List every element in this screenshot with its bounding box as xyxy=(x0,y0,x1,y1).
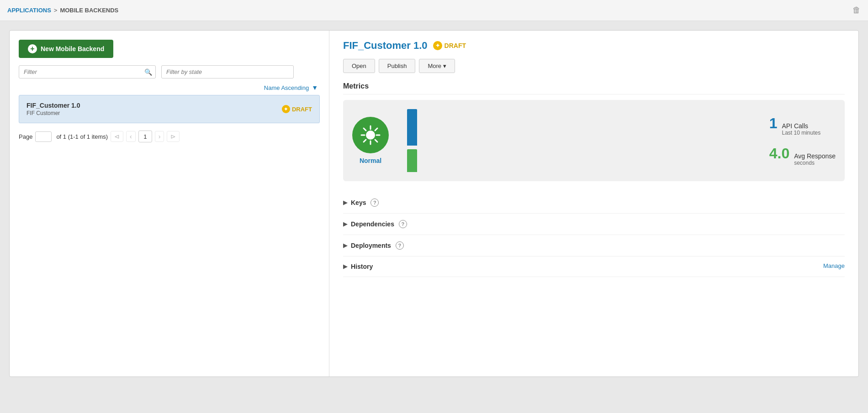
trash-icon[interactable]: 🗑 xyxy=(852,5,861,15)
metrics-stats: 1 API Calls Last 10 minutes 4.0 Avg Resp… xyxy=(769,115,836,166)
dependencies-accordion-header[interactable]: ▶ Dependencies ? xyxy=(343,214,845,235)
backend-title: FIF_Customer 1.0 xyxy=(343,40,428,52)
sort-label[interactable]: Name Ascending xyxy=(264,84,309,91)
backend-item-status: ✦ DRAFT xyxy=(282,105,312,113)
history-arrow-icon: ▶ xyxy=(343,263,347,270)
avg-response-sublabel: seconds xyxy=(794,160,836,166)
pagination-prev-button[interactable]: ‹ xyxy=(126,131,136,142)
breadcrumb-current: MOBILE BACKENDS xyxy=(60,7,118,14)
accordion-sections: ▶ Keys ? ▶ Dependencies ? ▶ Deploy xyxy=(343,192,845,277)
breadcrumb-separator: > xyxy=(54,7,58,14)
page-label: Page xyxy=(19,133,32,140)
metrics-container: Normal 1 API Calls Last 10 minut xyxy=(343,100,845,181)
history-accordion-header[interactable]: ▶ History xyxy=(343,256,823,277)
status-indicator: Normal xyxy=(352,117,389,164)
bar-green xyxy=(407,149,417,172)
pagination-next-button[interactable]: › xyxy=(155,131,164,142)
avg-response-number: 4.0 xyxy=(769,145,789,162)
history-label: History xyxy=(351,263,373,270)
backend-list-item[interactable]: FIF_Customer 1.0 FIF Customer ✦ DRAFT xyxy=(19,95,320,123)
backend-item-subtitle: FIF Customer xyxy=(26,110,80,116)
more-button[interactable]: More ▾ xyxy=(419,59,455,73)
main-content: + New Mobile Backend 🔍 Name Ascending ▼ … xyxy=(0,21,868,413)
sort-arrow-icon: ▼ xyxy=(312,84,318,91)
avg-response-label-wrap: Avg Response seconds xyxy=(794,152,836,166)
pagination-last-button[interactable]: ⊳ xyxy=(167,131,180,142)
main-card: + New Mobile Backend 🔍 Name Ascending ▼ … xyxy=(9,30,859,377)
new-backend-btn-label: New Mobile Backend xyxy=(41,45,104,52)
history-section: ▶ History xyxy=(343,256,845,277)
dependencies-section: ▶ Dependencies ? xyxy=(343,214,845,235)
keys-arrow-icon: ▶ xyxy=(343,199,347,206)
backend-item-name: FIF_Customer 1.0 xyxy=(26,102,80,109)
draft-icon: ✦ xyxy=(282,105,290,113)
filter-input[interactable] xyxy=(19,65,156,78)
avg-response-label: Avg Response xyxy=(794,152,836,160)
svg-line-7 xyxy=(375,128,377,131)
header-draft-icon: ✦ xyxy=(433,41,442,50)
keys-section: ▶ Keys ? xyxy=(343,192,845,214)
keys-help-icon[interactable]: ? xyxy=(370,199,379,207)
svg-line-6 xyxy=(375,140,377,142)
filter-input-wrap: 🔍 xyxy=(19,65,156,78)
draft-badge: ✦ DRAFT xyxy=(282,105,312,113)
pagination: Page 1 of 1 (1-1 of 1 items) ⊲ ‹ 1 › ⊳ xyxy=(19,131,320,142)
pagination-first-button[interactable]: ⊲ xyxy=(111,131,123,142)
new-mobile-backend-button[interactable]: + New Mobile Backend xyxy=(19,40,113,58)
page-info: of 1 (1-1 of 1 items) xyxy=(56,133,108,140)
search-icon: 🔍 xyxy=(144,68,152,76)
pagination-page-box: 1 xyxy=(138,131,152,142)
chevron-down-icon: ▾ xyxy=(443,63,446,69)
api-calls-stat: 1 API Calls Last 10 minutes xyxy=(769,115,836,136)
dependencies-help-icon[interactable]: ? xyxy=(399,220,407,228)
manage-link[interactable]: Manage xyxy=(823,262,845,269)
header-draft-badge: ✦ DRAFT xyxy=(433,41,466,50)
right-panel: FIF_Customer 1.0 ✦ DRAFT Open Publish Mo… xyxy=(329,31,858,376)
avg-response-stat: 4.0 Avg Response seconds xyxy=(769,145,836,166)
bar-blue xyxy=(407,109,417,146)
api-calls-label: API Calls xyxy=(782,122,821,130)
header-draft-label: DRAFT xyxy=(445,42,466,49)
breadcrumb: APPLICATIONS > MOBILE BACKENDS xyxy=(7,7,118,14)
deployments-arrow-icon: ▶ xyxy=(343,242,347,249)
svg-line-8 xyxy=(364,140,366,142)
backend-header: FIF_Customer 1.0 ✦ DRAFT xyxy=(343,40,845,52)
page-number-input[interactable]: 1 xyxy=(35,131,52,142)
draft-label: DRAFT xyxy=(292,106,312,113)
filter-row: 🔍 xyxy=(19,65,320,78)
deployments-help-icon[interactable]: ? xyxy=(396,241,404,250)
api-calls-number: 1 xyxy=(769,115,778,132)
deployments-accordion-header[interactable]: ▶ Deployments ? xyxy=(343,235,845,256)
sun-icon xyxy=(352,117,389,153)
sort-row: Name Ascending ▼ xyxy=(19,84,320,91)
filter-state-input[interactable] xyxy=(161,65,294,78)
breadcrumb-applications[interactable]: APPLICATIONS xyxy=(7,7,51,14)
metrics-section-title: Metrics xyxy=(343,82,845,94)
svg-point-0 xyxy=(366,131,375,140)
api-calls-sublabel: Last 10 minutes xyxy=(782,130,821,136)
keys-accordion-header[interactable]: ▶ Keys ? xyxy=(343,192,845,213)
top-bar: APPLICATIONS > MOBILE BACKENDS 🗑 xyxy=(0,0,868,21)
dependencies-arrow-icon: ▶ xyxy=(343,221,347,227)
status-label: Normal xyxy=(360,157,381,164)
plus-circle-icon: + xyxy=(28,44,37,53)
publish-button[interactable]: Publish xyxy=(379,59,416,73)
action-buttons: Open Publish More ▾ xyxy=(343,59,845,73)
open-button[interactable]: Open xyxy=(343,59,375,73)
left-panel: + New Mobile Backend 🔍 Name Ascending ▼ … xyxy=(10,31,329,376)
backend-item-info: FIF_Customer 1.0 FIF Customer xyxy=(26,102,80,116)
more-button-label: More xyxy=(428,63,441,69)
deployments-label: Deployments xyxy=(351,242,391,249)
api-calls-label-wrap: API Calls Last 10 minutes xyxy=(782,122,821,136)
deployments-section: ▶ Deployments ? Manage xyxy=(343,235,845,256)
keys-label: Keys xyxy=(351,199,366,206)
bar-charts xyxy=(407,109,417,172)
svg-line-5 xyxy=(364,128,366,131)
dependencies-label: Dependencies xyxy=(351,220,394,228)
